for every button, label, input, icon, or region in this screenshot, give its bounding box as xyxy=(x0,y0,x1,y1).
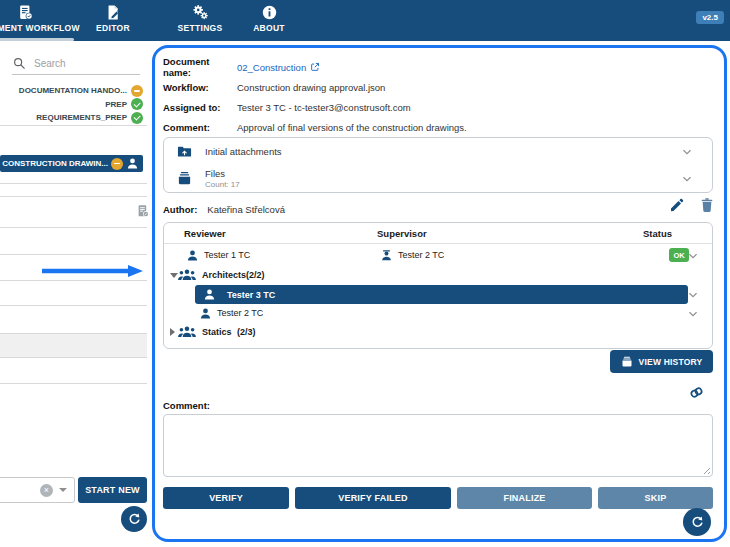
group-name: Statics xyxy=(202,327,232,337)
initial-attachments-row[interactable]: Initial attachments xyxy=(164,138,712,165)
reviewer-row-tester1[interactable]: Tester 1 TC Tester 2 TC OK xyxy=(164,246,712,266)
sidebar-item-label: DOCUMENTATION HANDO... xyxy=(19,86,127,95)
field-workflow: Workflow: Construction drawing approval.… xyxy=(163,79,385,95)
group-count: (2/2) xyxy=(246,270,265,280)
group-row-architects[interactable]: Architects (2/2) xyxy=(164,266,712,285)
reviewer-header: Reviewer xyxy=(184,228,226,239)
pencil-icon[interactable] xyxy=(669,197,685,213)
info-circle-icon xyxy=(261,4,278,21)
person-icon xyxy=(126,157,139,170)
chevron-down-icon[interactable] xyxy=(681,146,693,158)
supervisor-header: Supervisor xyxy=(377,228,427,239)
divider xyxy=(0,183,147,184)
search-row xyxy=(12,56,136,70)
clear-icon[interactable]: × xyxy=(40,484,53,497)
field-label: Assigned to: xyxy=(163,102,237,113)
divider xyxy=(0,357,147,358)
document-edit-icon xyxy=(105,4,122,21)
divider xyxy=(0,383,147,384)
chevron-down-icon[interactable] xyxy=(687,250,699,262)
field-label: Document name: xyxy=(163,56,237,78)
group-icon xyxy=(176,267,198,283)
attachments-card: Initial attachments Files Count: 17 xyxy=(163,137,713,193)
files-drawer-icon xyxy=(621,356,633,368)
verify-failed-button[interactable]: VERIFY FAILED xyxy=(295,487,451,509)
sidebar-item-label: CONSTRUCTION DRAWIN... xyxy=(2,159,108,168)
verify-button[interactable]: VERIFY xyxy=(163,487,289,509)
chevron-down-icon[interactable] xyxy=(687,289,699,301)
files-drawer-icon xyxy=(177,171,192,186)
start-new-button[interactable]: START NEW xyxy=(78,477,147,503)
sidebar: DOCUMENTATION HANDO... PREP REQUIREMENTS… xyxy=(0,41,152,547)
chain-link-icon[interactable] xyxy=(688,384,705,401)
search-underline xyxy=(12,74,140,75)
reviewers-header: Reviewer Supervisor Status xyxy=(164,223,712,244)
person-icon xyxy=(203,288,216,301)
collapse-triangle-icon[interactable] xyxy=(170,328,175,336)
author-row: Author: Kateřina Střelcová xyxy=(163,200,285,218)
member-name: Tester 2 TC xyxy=(217,308,263,318)
tab-settings[interactable]: SETTINGS xyxy=(158,4,242,33)
files-row[interactable]: Files Count: 17 xyxy=(164,165,712,192)
document-name-text: 02_Construction xyxy=(237,62,306,73)
view-history-button[interactable]: VIEW HISTORY xyxy=(610,350,713,373)
field-value: Construction drawing approval.json xyxy=(237,82,385,93)
group-row-statics[interactable]: Statics (2/3) xyxy=(164,323,712,342)
refresh-icon xyxy=(127,512,142,527)
files-count: Count: 17 xyxy=(205,180,240,189)
field-comment: Comment: Approval of final versions of t… xyxy=(163,119,467,135)
selected-member-row[interactable]: Tester 3 TC xyxy=(195,285,688,304)
skip-button[interactable]: SKIP xyxy=(598,487,713,509)
sidebar-item-construction-drawings-selected[interactable]: CONSTRUCTION DRAWIN... xyxy=(0,155,143,172)
tab-about[interactable]: ABOUT xyxy=(244,4,294,33)
document-name-link[interactable]: 02_Construction xyxy=(237,62,320,73)
check-circle-icon xyxy=(131,112,143,124)
sidebar-item-requirements-prep[interactable]: REQUIREMENTS_PREP xyxy=(0,111,147,125)
tab-label: SETTINGS xyxy=(178,23,223,33)
comment-textarea[interactable] xyxy=(163,414,713,477)
folder-upload-icon xyxy=(177,144,192,159)
workflow-detail-panel: Document name: 02_Construction Workflow:… xyxy=(152,45,727,542)
field-document-name: Document name: 02_Construction xyxy=(163,59,320,75)
tab-label: EDITOR xyxy=(96,23,130,33)
member-row-tester2[interactable]: Tester 2 TC xyxy=(164,304,712,323)
tab-label: DOCUMENT WORKFLOW xyxy=(0,23,80,33)
tab-editor[interactable]: EDITOR xyxy=(78,4,148,33)
trash-icon[interactable] xyxy=(699,197,715,213)
check-circle-icon xyxy=(131,98,143,110)
arrow-right-indicator xyxy=(42,265,143,277)
divider xyxy=(0,227,147,228)
sidebar-document-list: DOCUMENTATION HANDO... PREP REQUIREMENTS… xyxy=(0,84,147,125)
group-icon xyxy=(176,324,198,340)
filter-combobox[interactable]: × xyxy=(0,477,75,503)
field-value: Approval of final versions of the constr… xyxy=(237,122,467,133)
sidebar-refresh-button[interactable] xyxy=(121,506,147,532)
search-icon xyxy=(12,56,26,70)
attachments-label: Initial attachments xyxy=(205,146,282,157)
reviewer-name: Tester 1 TC xyxy=(204,250,250,260)
chevron-down-icon[interactable] xyxy=(681,173,693,185)
member-name: Tester 3 TC xyxy=(227,290,275,300)
chevron-down-icon[interactable] xyxy=(687,308,699,320)
author-label: Author: xyxy=(163,204,197,215)
search-input[interactable] xyxy=(32,57,136,70)
gears-icon xyxy=(192,4,209,21)
sidebar-item-documentation-handover[interactable]: DOCUMENTATION HANDO... xyxy=(0,84,147,98)
comment-box xyxy=(163,414,713,477)
person-icon xyxy=(199,307,212,320)
group-name: Architects xyxy=(202,270,246,280)
field-label: Workflow: xyxy=(163,82,237,93)
sidebar-item-prep[interactable]: PREP xyxy=(0,98,147,112)
sidebar-item-label: REQUIREMENTS_PREP xyxy=(36,113,127,122)
field-value: Tester 3 TC - tc-tester3@construsoft.com xyxy=(237,102,411,113)
supervisor-name: Tester 2 TC xyxy=(398,250,444,260)
reviewers-card: Reviewer Supervisor Status Tester 1 TC T… xyxy=(163,222,713,349)
document-check-icon xyxy=(17,4,34,21)
comment-label: Comment: xyxy=(163,400,210,411)
top-toolbar: DOCUMENT WORKFLOW EDITOR SETTINGS xyxy=(0,0,730,41)
refresh-icon xyxy=(690,515,705,530)
chevron-down-icon[interactable] xyxy=(59,488,67,492)
minus-circle-icon xyxy=(131,85,143,97)
finalize-button[interactable]: FINALIZE xyxy=(457,487,592,509)
panel-refresh-button[interactable] xyxy=(683,508,711,536)
